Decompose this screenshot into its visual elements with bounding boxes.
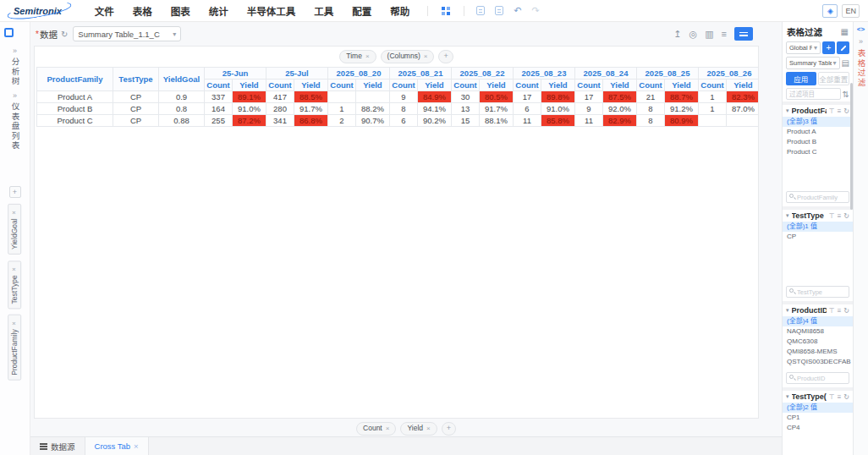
subheader-yield: Yield: [356, 79, 390, 90]
apply-button[interactable]: 应用: [786, 72, 816, 85]
filter-all-values[interactable]: (全部)4 值: [783, 316, 853, 326]
chevron-down-icon[interactable]: ▾: [786, 212, 789, 219]
close-icon[interactable]: ×: [134, 441, 139, 451]
filter-all-values[interactable]: (全部)1 值: [783, 222, 853, 232]
filter-dataset-select[interactable]: Summary Table_1.1_C ▾: [786, 57, 840, 69]
filter-search-input-testtype[interactable]: [786, 286, 849, 298]
pin-icon[interactable]: ⊤: [829, 212, 835, 220]
grid-layout-icon[interactable]: ▦: [841, 27, 849, 36]
dashboard-list-panel-label[interactable]: 仪表盘列表: [9, 102, 21, 151]
close-icon[interactable]: ×: [10, 209, 18, 217]
value-pill-yield[interactable]: Yield ×: [400, 422, 437, 435]
filter-value-item[interactable]: CP: [783, 232, 853, 242]
expand-dashboard-list-icon[interactable]: »: [13, 92, 17, 100]
dataset-config-icon[interactable]: ▤: [842, 58, 849, 68]
filter-search-input-productfamily[interactable]: [786, 191, 849, 203]
cell-yield: 82.3%: [727, 90, 760, 102]
close-icon[interactable]: ×: [426, 425, 431, 433]
dataset-select[interactable]: Summary Table_1.1_C ▾: [73, 26, 181, 41]
refresh-icon[interactable]: ↻: [843, 393, 849, 401]
theme-button[interactable]: ◈: [822, 4, 838, 18]
tab-crosstab[interactable]: Cross Tab ×: [85, 437, 149, 455]
add-column-pill-button[interactable]: +: [438, 50, 453, 63]
cell-testtype: CP: [113, 102, 159, 114]
edit-filter-button[interactable]: [837, 41, 849, 54]
pin-icon[interactable]: ⊤: [829, 307, 835, 315]
filter-items-search-input[interactable]: [786, 88, 841, 100]
panel-toggle-icon[interactable]: [4, 28, 14, 37]
chevron-down-icon[interactable]: ▾: [786, 393, 789, 400]
menu-icon[interactable]: ≡: [838, 307, 842, 315]
filter-value-item[interactable]: Product B: [783, 137, 853, 147]
filter-value-item[interactable]: QMI8658-MEMS: [783, 347, 853, 357]
filter-value-item[interactable]: QSTQIS003DECFAB: [783, 357, 853, 367]
pin-icon[interactable]: ⊤: [829, 107, 835, 115]
menu-item-chart[interactable]: 图表: [162, 4, 200, 18]
subheader-count: Count: [328, 79, 356, 90]
close-icon[interactable]: ×: [365, 52, 370, 61]
save-report-icon[interactable]: [476, 6, 485, 15]
filter-search-input-productid[interactable]: [786, 372, 849, 384]
add-filter-button[interactable]: +: [822, 41, 835, 54]
refresh-icon[interactable]: ↻: [843, 212, 849, 220]
menu-item-semiconductor-tools[interactable]: 半导体工具: [238, 4, 305, 18]
undo-icon[interactable]: ↶: [510, 6, 525, 15]
add-row-dimension-button[interactable]: +: [9, 186, 21, 198]
redo-icon[interactable]: ↷: [529, 6, 543, 15]
open-report-icon[interactable]: [495, 6, 503, 15]
analysis-tree-panel-label[interactable]: 分析树: [9, 58, 21, 87]
chevron-down-icon[interactable]: ▾: [786, 307, 789, 314]
settings-icon[interactable]: ◎: [689, 29, 698, 40]
menu-item-file[interactable]: 文件: [85, 4, 124, 18]
filter-all-values[interactable]: (全部)3 值: [783, 117, 853, 127]
filter-value-item[interactable]: CP1: [783, 413, 853, 423]
column-pill-columns[interactable]: (Columns) ×: [381, 50, 435, 63]
menu-icon[interactable]: ≡: [838, 212, 842, 220]
language-button[interactable]: EN: [842, 4, 860, 18]
filter-value-item[interactable]: Product A: [783, 127, 853, 137]
columns-icon[interactable]: ▥: [705, 29, 713, 40]
close-icon[interactable]: ×: [386, 425, 390, 433]
fields-icon[interactable]: ≡: [722, 29, 727, 39]
menu-item-statistics[interactable]: 统计: [200, 4, 238, 18]
row-pill-testtype[interactable]: TestType ×: [8, 260, 21, 309]
global-filters-select[interactable]: Global Filters ▾: [786, 41, 821, 54]
add-value-pill-button[interactable]: +: [442, 422, 456, 436]
column-pill-time[interactable]: Time ×: [339, 50, 376, 63]
export-icon[interactable]: ↥: [673, 29, 681, 40]
value-pill-count[interactable]: Count ×: [356, 422, 396, 435]
row-pill-yieldgoal[interactable]: YieldGoal ×: [8, 204, 21, 255]
filter-value-item[interactable]: Product C: [783, 147, 853, 157]
refresh-icon[interactable]: ↻: [843, 107, 849, 115]
close-icon[interactable]: ×: [424, 52, 428, 61]
code-icon[interactable]: <>: [857, 25, 865, 33]
close-icon[interactable]: ×: [10, 320, 18, 327]
scrollbar[interactable]: [850, 83, 853, 210]
menu-item-settings[interactable]: 配置: [343, 4, 381, 18]
sort-filter-icon[interactable]: ⇅: [843, 90, 849, 99]
menu-item-help[interactable]: 帮助: [381, 4, 419, 18]
collapse-filter-panel-icon[interactable]: »: [859, 38, 863, 46]
row-pill-productfamily[interactable]: ProductFamily ×: [8, 315, 21, 381]
cell-yield: 89.1%: [233, 90, 266, 102]
tab-datasource[interactable]: 数据源: [30, 437, 85, 455]
filter-value-item[interactable]: NAQMI8658: [783, 326, 853, 337]
expand-analysis-tree-icon[interactable]: »: [13, 47, 17, 55]
reset-all-button[interactable]: 全部重置: [818, 72, 850, 85]
apps-grid-icon[interactable]: [442, 7, 450, 15]
menu-icon[interactable]: ≡: [838, 393, 842, 401]
cell-count: 8: [637, 114, 665, 126]
refresh-icon[interactable]: ↻: [843, 307, 849, 315]
menu-icon[interactable]: ≡: [838, 107, 842, 115]
refresh-icon[interactable]: ↻: [61, 30, 68, 39]
menu-item-tools[interactable]: 工具: [305, 4, 343, 18]
close-icon[interactable]: ×: [10, 266, 18, 273]
filter-panel-rail-label[interactable]: 表格过滤: [855, 49, 867, 88]
filter-value-item[interactable]: QMC6308: [783, 337, 853, 347]
layout-config-button[interactable]: [734, 27, 753, 41]
menu-item-table[interactable]: 表格: [124, 4, 162, 18]
chevron-down-icon[interactable]: ▾: [786, 107, 789, 114]
filter-value-item[interactable]: CP4: [783, 423, 853, 433]
pin-icon[interactable]: ⊤: [829, 393, 835, 401]
filter-all-values[interactable]: (全部)2 值: [783, 403, 853, 413]
